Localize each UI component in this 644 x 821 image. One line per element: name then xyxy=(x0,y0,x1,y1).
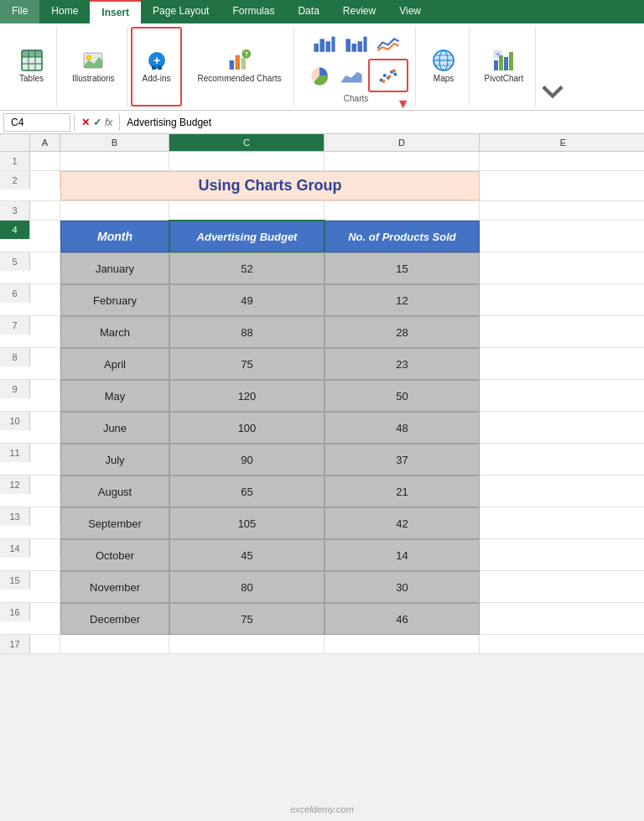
cell-c1[interactable] xyxy=(169,152,325,170)
cell-a3[interactable] xyxy=(30,201,60,220)
cell-a4[interactable] xyxy=(30,221,60,239)
cell-budget-8[interactable]: 75 xyxy=(169,348,325,380)
cell-budget-7[interactable]: 88 xyxy=(169,316,325,348)
tab-insert[interactable]: Insert xyxy=(90,0,141,23)
cell-month-9[interactable]: May xyxy=(60,380,169,412)
cell-sold-15[interactable]: 30 xyxy=(325,571,480,603)
cell-products-sold-header[interactable]: No. of Products Sold xyxy=(325,221,480,252)
cell-a17[interactable] xyxy=(30,635,60,653)
cell-month-16[interactable]: December xyxy=(60,603,169,635)
tab-review[interactable]: Review xyxy=(331,0,387,23)
cell-budget-6[interactable]: 49 xyxy=(169,284,325,316)
cell-a2[interactable] xyxy=(30,171,60,190)
cell-adv-budget-header[interactable]: Advertising Budget xyxy=(169,221,325,252)
col-header-e[interactable]: E xyxy=(480,134,644,151)
cell-a12[interactable] xyxy=(30,475,60,494)
pivotchart-button[interactable]: ≡ PivotChart xyxy=(480,46,529,86)
cell-month-header[interactable]: Month xyxy=(60,221,169,252)
cell-sold-11[interactable]: 37 xyxy=(325,444,480,475)
cell-month-11[interactable]: July xyxy=(60,444,169,475)
ribbon-expand-button[interactable] xyxy=(539,78,566,105)
cell-a8[interactable] xyxy=(30,348,60,366)
cell-title[interactable]: Using Charts Group xyxy=(60,171,480,200)
cell-a1[interactable] xyxy=(30,152,60,170)
cell-b17[interactable] xyxy=(60,635,169,653)
formula-content[interactable]: Advertising Budget xyxy=(123,117,641,128)
cell-sold-16[interactable]: 46 xyxy=(325,603,480,635)
tables-button[interactable]: Tables xyxy=(14,46,49,86)
cell-b1[interactable] xyxy=(60,152,169,170)
col-header-a[interactable]: A xyxy=(30,134,60,151)
cell-budget-12[interactable]: 65 xyxy=(169,475,325,507)
confirm-formula-icon[interactable]: ✓ xyxy=(93,117,101,128)
tab-data[interactable]: Data xyxy=(286,0,330,23)
cell-sold-9[interactable]: 50 xyxy=(325,380,480,412)
cell-budget-9[interactable]: 120 xyxy=(169,380,325,412)
cell-budget-5[interactable]: 52 xyxy=(169,252,325,284)
cancel-formula-icon[interactable]: ✕ xyxy=(81,117,90,128)
cell-sold-8[interactable]: 23 xyxy=(325,348,480,380)
cell-a7[interactable] xyxy=(30,316,60,335)
cell-month-7[interactable]: March xyxy=(60,316,169,348)
illustrations-button[interactable]: Illustrations xyxy=(67,46,120,86)
cell-e1[interactable] xyxy=(480,152,644,170)
cell-a11[interactable] xyxy=(30,444,60,462)
line-chart-button[interactable] xyxy=(373,30,403,57)
cell-a5[interactable] xyxy=(30,252,60,271)
cell-a15[interactable] xyxy=(30,571,60,590)
cell-budget-11[interactable]: 90 xyxy=(169,444,325,475)
cell-c3[interactable] xyxy=(169,201,325,220)
cell-d3[interactable] xyxy=(325,201,480,220)
area-chart-button[interactable] xyxy=(336,62,366,89)
cell-month-10[interactable]: June xyxy=(60,412,169,444)
cell-month-12[interactable]: August xyxy=(60,475,169,507)
cell-a9[interactable] xyxy=(30,380,60,398)
cell-a14[interactable] xyxy=(30,539,60,558)
col-header-d[interactable]: D xyxy=(325,134,480,151)
cell-d17[interactable] xyxy=(325,635,480,653)
function-icon[interactable]: fx xyxy=(105,117,112,128)
pie-chart-button[interactable] xyxy=(304,62,335,89)
cell-c17[interactable] xyxy=(169,635,325,653)
cell-e17[interactable] xyxy=(480,635,644,653)
cell-a10[interactable] xyxy=(30,412,60,430)
cell-budget-13[interactable]: 105 xyxy=(169,507,325,539)
col-header-c[interactable]: C xyxy=(169,134,325,151)
cell-month-6[interactable]: February xyxy=(60,284,169,316)
cell-reference-box[interactable]: C4 xyxy=(3,113,70,132)
tab-view[interactable]: View xyxy=(387,0,433,23)
cell-budget-15[interactable]: 80 xyxy=(169,571,325,603)
cell-sold-13[interactable]: 42 xyxy=(325,507,480,539)
tab-home[interactable]: Home xyxy=(39,0,90,23)
cell-e3[interactable] xyxy=(480,201,644,220)
bar-chart-button[interactable] xyxy=(309,30,340,57)
cell-month-14[interactable]: October xyxy=(60,539,169,571)
cell-sold-14[interactable]: 14 xyxy=(325,539,480,571)
col-header-b[interactable]: B xyxy=(60,134,169,151)
addins-button[interactable]: + Add-ins xyxy=(138,46,176,86)
cell-a13[interactable] xyxy=(30,507,60,526)
scatter-chart-button[interactable] xyxy=(373,62,403,89)
cell-sold-10[interactable]: 48 xyxy=(325,412,480,444)
cell-d1[interactable] xyxy=(325,152,480,170)
cell-month-8[interactable]: April xyxy=(60,348,169,380)
maps-button[interactable]: Maps xyxy=(427,46,460,86)
cell-sold-7[interactable]: 28 xyxy=(325,316,480,348)
cell-b3[interactable] xyxy=(60,201,169,220)
cell-month-15[interactable]: November xyxy=(60,571,169,603)
tab-formulas[interactable]: Formulas xyxy=(221,0,286,23)
cell-budget-16[interactable]: 75 xyxy=(169,603,325,635)
cell-sold-12[interactable]: 21 xyxy=(325,475,480,507)
cell-sold-6[interactable]: 12 xyxy=(325,284,480,316)
tab-file[interactable]: File xyxy=(0,0,39,23)
cell-a16[interactable] xyxy=(30,603,60,621)
cell-budget-10[interactable]: 100 xyxy=(169,412,325,444)
cell-budget-14[interactable]: 45 xyxy=(169,539,325,571)
cell-month-5[interactable]: January xyxy=(60,252,169,284)
cell-month-13[interactable]: September xyxy=(60,507,169,539)
tab-page-layout[interactable]: Page Layout xyxy=(141,0,221,23)
recommended-charts-button[interactable]: ? Recommended Charts xyxy=(192,46,286,86)
cell-a6[interactable] xyxy=(30,284,60,303)
cell-sold-5[interactable]: 15 xyxy=(325,252,480,284)
column-chart-button[interactable] xyxy=(341,30,371,57)
